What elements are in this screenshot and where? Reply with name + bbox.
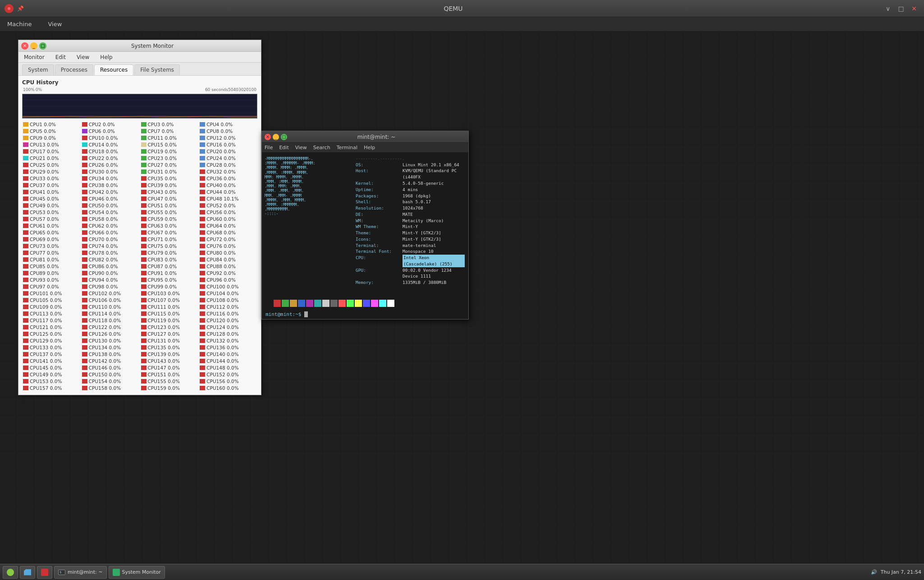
sysmon-minimize-btn[interactable]: _ bbox=[30, 42, 37, 50]
cpu-label-text: CPU123 0.0% bbox=[148, 324, 180, 330]
cpu-item: CPU157 0.0% bbox=[22, 385, 81, 391]
cpu-item: CPU148 0.0% bbox=[199, 365, 257, 371]
cpu-color-indicator bbox=[23, 183, 28, 187]
sysmon-menu-edit[interactable]: Edit bbox=[53, 53, 69, 61]
cpu-item: CPU33 0.0% bbox=[22, 175, 81, 182]
cpu-color-indicator bbox=[23, 136, 28, 140]
terminal-close-btn[interactable]: ✕ bbox=[265, 134, 271, 140]
qemu-restore-btn[interactable]: □ bbox=[896, 3, 906, 14]
cpu-color-indicator bbox=[82, 136, 87, 140]
cpu-color-indicator bbox=[82, 311, 87, 316]
cpu-color-indicator bbox=[200, 217, 205, 221]
color-swatch bbox=[330, 300, 338, 307]
cpu-color-indicator bbox=[200, 251, 205, 255]
cpu-color-indicator bbox=[200, 386, 205, 390]
qemu-window: 📌 QEMU ∨ □ ✕ Machine View ✕ _ □ bbox=[0, 0, 924, 580]
cpu-color-indicator bbox=[200, 196, 205, 201]
terminal-body[interactable]: -MMMMMMMMMMMMMMMMMM-. :MMMM. .MMMMMM- .M… bbox=[262, 153, 468, 297]
sysmon-close-btn[interactable]: ✕ bbox=[21, 42, 28, 50]
cpu-label-text: CPU82 0.0% bbox=[89, 257, 118, 262]
color-swatch bbox=[355, 300, 362, 307]
cpu-label-text: CPU39 0.0% bbox=[148, 183, 177, 188]
cpu-color-indicator bbox=[23, 264, 28, 269]
cpu-label-text: CPU142 0.0% bbox=[89, 358, 121, 364]
cpu-item: CPU51 0.0% bbox=[140, 202, 199, 209]
cpu-item: CPU39 0.0% bbox=[140, 182, 199, 188]
info-key: Theme: bbox=[356, 230, 401, 236]
cpu-item: CPU60 0.0% bbox=[199, 216, 257, 222]
taskbar-terminal-btn[interactable]: $ mint@mint: ~ bbox=[54, 566, 107, 579]
cpu-color-indicator bbox=[200, 372, 205, 377]
cpu-item: CPU83 0.0% bbox=[140, 256, 199, 263]
qemu-menu-machine[interactable]: Machine bbox=[4, 19, 35, 29]
taskbar-volume-icon[interactable]: 🔊 bbox=[871, 569, 877, 575]
sysmon-menu-monitor[interactable]: Monitor bbox=[21, 53, 47, 61]
info-value: Intel Xeon (Cascadelake) (255) bbox=[403, 255, 465, 267]
cpu-label-text: CPU4 0.0% bbox=[206, 122, 233, 127]
cpu-label-text: CPU68 0.0% bbox=[206, 230, 236, 235]
cpu-color-indicator bbox=[200, 169, 205, 174]
cpu-item: CPU21 0.0% bbox=[22, 155, 81, 161]
sysmon-menu-view[interactable]: View bbox=[74, 53, 92, 61]
tab-filesystems[interactable]: File Systems bbox=[134, 64, 180, 75]
sysmon-maximize-btn[interactable]: □ bbox=[39, 42, 46, 50]
cpu-item: CPU4 0.0% bbox=[199, 121, 257, 128]
qemu-menu-view[interactable]: View bbox=[44, 19, 65, 29]
tab-resources[interactable]: Resources bbox=[94, 64, 133, 75]
taskbar-files-btn[interactable] bbox=[20, 566, 35, 579]
cpu-item: CPU112 0.0% bbox=[199, 304, 257, 310]
cpu-item: CPU98 0.0% bbox=[81, 283, 140, 290]
graph-label-0s: 0 bbox=[254, 87, 256, 92]
cpu-item: CPU23 0.0% bbox=[140, 155, 199, 161]
info-line: Icons:Mint-Y [GTK2/3] bbox=[356, 236, 465, 242]
terminal-menu-search[interactable]: Search bbox=[313, 145, 330, 151]
sysmon-menubar: Monitor Edit View Help bbox=[18, 52, 261, 63]
tab-system[interactable]: System bbox=[22, 64, 54, 75]
cpu-item: CPU70 0.0% bbox=[81, 236, 140, 242]
cpu-item: CPU56 0.0% bbox=[199, 209, 257, 215]
cpu-label-text: CPU21 0.0% bbox=[30, 155, 59, 161]
cpu-color-indicator bbox=[82, 332, 87, 336]
color-swatch bbox=[371, 300, 378, 307]
cpu-color-indicator bbox=[141, 176, 146, 181]
cpu-label-text: CPU121 0.0% bbox=[30, 324, 62, 330]
cpu-label-text: CPU50 0.0% bbox=[89, 203, 118, 208]
cpu-item: CPU71 0.0% bbox=[140, 236, 199, 242]
taskbar-sysmon-label: System Monitor bbox=[122, 569, 161, 575]
taskbar-sysmon-btn[interactable]: System Monitor bbox=[109, 566, 165, 579]
cpu-label-text: CPU69 0.0% bbox=[30, 237, 59, 242]
qemu-close-btn[interactable]: ✕ bbox=[909, 3, 919, 14]
cpu-item: CPU121 0.0% bbox=[22, 324, 81, 330]
cpu-color-indicator bbox=[23, 169, 28, 174]
terminal-menu-view[interactable]: View bbox=[295, 145, 307, 151]
info-value: Mint-Y bbox=[403, 224, 418, 230]
qemu-minimize-btn[interactable]: ∨ bbox=[883, 3, 893, 14]
cpu-item: CPU36 0.0% bbox=[199, 175, 257, 182]
info-value: Mint-Y [GTK2/3] bbox=[403, 236, 441, 242]
terminal-maximize-btn[interactable]: □ bbox=[281, 134, 287, 140]
terminal-minimize-btn[interactable]: _ bbox=[273, 134, 279, 140]
taskbar-app3-btn[interactable] bbox=[37, 566, 52, 579]
info-line: Kernel:5.4.0-58-generic bbox=[356, 180, 465, 187]
terminal-menu-file[interactable]: File bbox=[265, 145, 273, 151]
cpu-item: CPU124 0.0% bbox=[199, 324, 257, 330]
cpu-color-indicator bbox=[23, 318, 28, 323]
color-swatch bbox=[347, 300, 354, 307]
cpu-label-text: CPU2 0.0% bbox=[89, 122, 115, 127]
cpu-label-text: CPU64 0.0% bbox=[206, 223, 236, 228]
tab-processes[interactable]: Processes bbox=[55, 64, 93, 75]
cpu-item: CPU78 0.0% bbox=[81, 250, 140, 256]
info-value: bash 5.0.17 bbox=[403, 199, 431, 205]
taskbar-settings-btn[interactable] bbox=[3, 566, 18, 579]
cpu-color-indicator bbox=[200, 311, 205, 316]
cpu-color-indicator bbox=[23, 244, 28, 248]
neofetch-art-line: :MMMM. .MMMMMM- .MMMM: bbox=[265, 161, 349, 165]
terminal-menu-terminal[interactable]: Terminal bbox=[337, 145, 358, 151]
terminal-prompt-line[interactable]: mint@mint:~$ bbox=[262, 310, 468, 319]
sysmon-taskbar-icon bbox=[113, 569, 120, 576]
sysmon-menu-help[interactable]: Help bbox=[97, 53, 115, 61]
cpu-label-text: CPU126 0.0% bbox=[89, 331, 121, 337]
terminal-menu-edit[interactable]: Edit bbox=[279, 145, 288, 151]
terminal-menu-help[interactable]: Help bbox=[364, 145, 375, 151]
qemu-pin-icon[interactable]: 📌 bbox=[17, 5, 24, 12]
